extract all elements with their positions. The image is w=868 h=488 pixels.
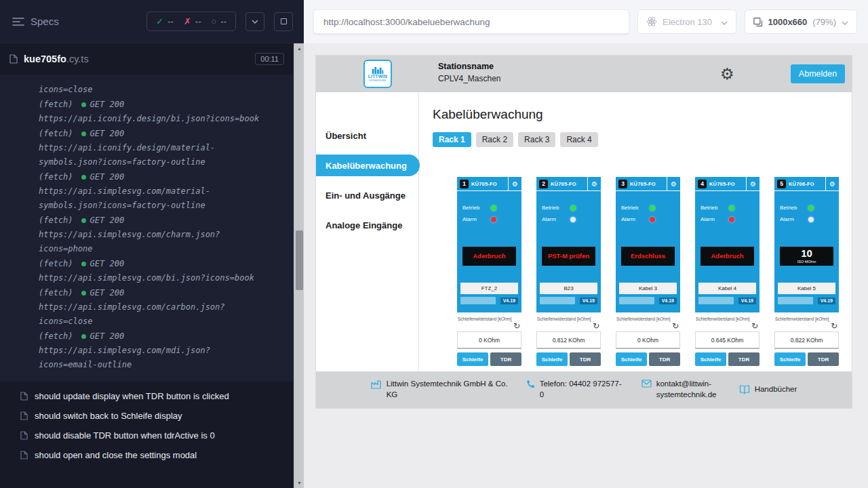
resistance-value: 0.812 KOhm xyxy=(536,331,601,349)
fetch-url: https://api.iconify.design/bi.json?icons… xyxy=(39,112,268,126)
tab-rack-3[interactable]: Rack 3 xyxy=(518,132,555,147)
book-icon xyxy=(739,385,750,394)
fetch-log-entry[interactable]: (fetch)GET 200 https://api.simplesvg.com… xyxy=(39,329,268,372)
tdr-button[interactable]: TDR xyxy=(649,352,680,366)
schleife-button[interactable]: Schleife xyxy=(695,352,726,366)
nav-item-kabelueberwachung[interactable]: Kabelüberwachung xyxy=(316,155,420,176)
mode-buttons: Schleife TDR xyxy=(536,352,601,366)
specs-menu-icon xyxy=(12,17,24,26)
fetch-label: (fetch) xyxy=(39,259,73,268)
fetch-label: (fetch) xyxy=(39,331,73,341)
footer-company: Littwin Systemtechnik GmbH & Co. KG xyxy=(371,379,509,400)
schleife-button[interactable]: Schleife xyxy=(774,352,806,366)
tab-rack-1[interactable]: Rack 1 xyxy=(433,132,471,147)
schleife-button[interactable]: Schleife xyxy=(616,352,647,366)
footer-email[interactable]: kontakt@littwin-systemtechnik.de xyxy=(642,379,722,400)
device-number-badge: 2 xyxy=(539,180,548,188)
tdr-button[interactable]: TDR xyxy=(808,352,839,366)
logo-text: LITTWIN xyxy=(368,75,387,79)
fetch-log-entry[interactable]: (fetch)GET 200 https://api.simplesvg.com… xyxy=(39,286,268,329)
tdr-button[interactable]: TDR xyxy=(728,352,760,366)
fetch-log-entry[interactable]: (fetch)GET 200 https://api.iconify.desig… xyxy=(39,98,268,126)
refresh-icon[interactable]: ↻ xyxy=(831,321,837,331)
device-settings-button[interactable]: ⚙ xyxy=(667,177,680,191)
refresh-row: ↻ xyxy=(457,321,521,331)
settings-gear-button[interactable]: ⚙ xyxy=(720,66,734,82)
device-model: KÜ705-FO xyxy=(551,181,576,187)
scroll-down-icon[interactable]: ▼ xyxy=(294,478,304,488)
version-input xyxy=(540,297,575,304)
pending-count: -- xyxy=(220,16,226,26)
app-content: Kabelüberwachung Rack 1 Rack 2 Rack 3 Ra… xyxy=(419,92,852,371)
refresh-row: ↻ xyxy=(695,321,760,331)
device-settings-button[interactable]: ⚙ xyxy=(825,177,839,191)
test-item[interactable]: should update display when TDR button is… xyxy=(0,386,294,406)
nav-item-analoge-eingaenge[interactable]: Analoge Eingänge xyxy=(316,214,418,236)
collapse-button[interactable] xyxy=(245,12,264,31)
gear-icon: ⚙ xyxy=(720,65,734,83)
device-number-badge: 3 xyxy=(618,180,627,188)
station-label: Stationsname xyxy=(438,62,501,71)
chevron-down-icon xyxy=(721,21,728,25)
fetch-url: https://api.simplesvg.com/material-symbo… xyxy=(39,184,268,213)
version-input xyxy=(698,297,734,304)
schleife-button[interactable]: Schleife xyxy=(457,352,488,366)
firmware-version: V4.19 xyxy=(818,298,835,304)
device-panel: 2 KÜ705-FO ⚙ Betrieb Alarm PST-M prüfen xyxy=(536,177,601,312)
station-info: Stationsname CPLV4_Maschen xyxy=(438,62,501,83)
device-panel: 5 KÜ706-FO ⚙ Betrieb Alarm 10 ISO MOhm xyxy=(774,177,839,312)
test-item[interactable]: should open and close the settings modal xyxy=(0,445,294,465)
betrieb-label: Betrieb xyxy=(780,205,799,211)
schleife-button[interactable]: Schleife xyxy=(536,352,568,366)
alarm-row: Alarm xyxy=(616,216,680,222)
nav-item-ein-und-ausgaenge[interactable]: Ein- und Ausgänge xyxy=(316,184,418,206)
device-panel: 1 KÜ705-FO ⚙ Betrieb Alarm Aderbruch xyxy=(457,177,521,312)
alarm-label: Alarm xyxy=(701,216,719,222)
fetch-log-entry[interactable]: (fetch)GET 200 https://api.simplesvg.com… xyxy=(39,170,268,213)
scroll-up-icon[interactable]: ▲ xyxy=(294,43,304,54)
refresh-row: ↻ xyxy=(774,321,839,331)
device-settings-button[interactable]: ⚙ xyxy=(746,177,760,191)
spec-file-row[interactable]: kue705fo.cy.ts 00:11 xyxy=(0,43,294,75)
stop-button[interactable] xyxy=(274,12,293,31)
gear-icon: ⚙ xyxy=(671,181,677,188)
fetch-log-entry[interactable]: (fetch)GET 200 https://api.iconify.desig… xyxy=(39,127,268,169)
logout-button[interactable]: Abmelden xyxy=(791,64,845,83)
test-item[interactable]: should disable TDR button when tdrActive… xyxy=(0,426,294,445)
device-model: KÜ706-FO xyxy=(789,181,814,187)
resistance-label: Schleifenwiderstand [kOhm] xyxy=(616,317,680,321)
factory-icon xyxy=(371,380,382,389)
refresh-icon[interactable]: ↻ xyxy=(751,321,758,331)
refresh-icon[interactable]: ↻ xyxy=(513,321,520,331)
measurement-section: Schleifenwiderstand [kOhm] ↻ 0.812 KOhm … xyxy=(536,312,601,366)
url-bar[interactable]: http://localhost:3000/kabelueberwachung xyxy=(313,9,629,34)
runner-scrollbar[interactable]: ▲ ▼ xyxy=(294,43,304,488)
browser-selector[interactable]: Electron 130 xyxy=(637,9,736,34)
status-display: Aderbruch xyxy=(701,247,754,266)
aut-stage: LITTWIN SYSTEMTECHNIK Stationsname CPLV4… xyxy=(304,43,868,488)
test-item[interactable]: should switch back to Schleife display xyxy=(0,406,294,426)
device-settings-button[interactable]: ⚙ xyxy=(508,177,521,191)
footer-manuals[interactable]: Handbücher xyxy=(739,384,797,395)
viewport-selector[interactable]: 1000x660 (79%) xyxy=(745,9,857,34)
device-settings-button[interactable]: ⚙ xyxy=(587,177,601,191)
specs-menu[interactable]: Specs xyxy=(12,16,59,27)
tdr-button[interactable]: TDR xyxy=(490,352,521,366)
test-title: should switch back to Schleife display xyxy=(35,411,182,421)
device-panel: 3 KÜ705-FO ⚙ Betrieb Alarm Erdschluss xyxy=(616,177,680,312)
device-cards: 1 KÜ705-FO ⚙ Betrieb Alarm Aderbruch xyxy=(457,177,852,366)
status-dot-icon xyxy=(81,262,86,266)
refresh-icon[interactable]: ↻ xyxy=(672,321,679,331)
status-unit: ISO MOhm xyxy=(797,260,816,264)
nav-item-uebersicht[interactable]: Übersicht xyxy=(316,125,418,146)
pending-icon: ○ xyxy=(211,16,216,26)
refresh-icon[interactable]: ↻ xyxy=(593,321,599,331)
scrollbar-thumb[interactable] xyxy=(296,230,303,290)
tdr-button[interactable]: TDR xyxy=(570,352,601,366)
fetch-log-entry[interactable]: (fetch)GET 200 https://api.simplesvg.com… xyxy=(39,257,268,285)
footer-phone[interactable]: Telefon: 04402 972577-0 xyxy=(526,379,624,400)
fetch-log-entry[interactable]: (fetch)GET 200 https://api.simplesvg.com… xyxy=(39,214,268,256)
tab-rack-4[interactable]: Rack 4 xyxy=(560,132,597,147)
tab-rack-2[interactable]: Rack 2 xyxy=(476,132,513,147)
alarm-led xyxy=(729,217,734,222)
